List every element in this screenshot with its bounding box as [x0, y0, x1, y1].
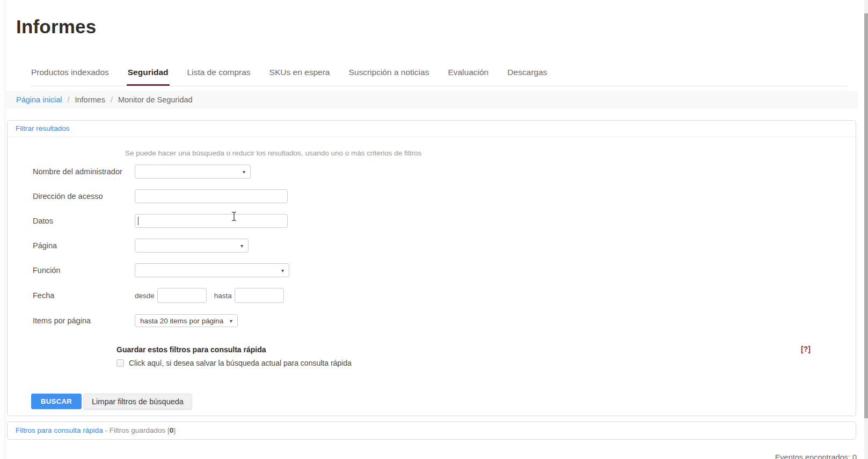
page-title: Informes [16, 16, 858, 38]
items-per-page-select-value: hasta 20 items por página [140, 317, 223, 325]
page-container: Informes Productos indexados Seguridad L… [6, 0, 858, 440]
page-select[interactable]: ▾ [135, 239, 249, 253]
breadcrumb-separator: / [67, 95, 69, 104]
buscar-button[interactable]: BUSCAR [31, 394, 82, 409]
page-label: Página [33, 241, 135, 250]
chevron-down-icon: ▾ [243, 169, 245, 175]
breadcrumb-separator: / [111, 95, 113, 104]
filter-panel-toggle-link[interactable]: Filtrar resultados [16, 124, 70, 132]
access-address-input[interactable] [135, 189, 288, 203]
date-from-input[interactable] [157, 288, 207, 303]
chevron-down-icon: ▾ [230, 318, 232, 324]
items-per-page-label: Items por página [33, 316, 135, 325]
admin-name-label: Nombre del administrador [33, 167, 135, 176]
save-filters-checkbox[interactable] [116, 359, 124, 367]
saved-filters-panel: Filtros para consulta rápida - Filtros g… [7, 421, 856, 440]
scrollbar[interactable] [864, 0, 868, 459]
form-row-admin-name: Nombre del administrador ▾ [33, 165, 856, 179]
tab-descargas[interactable]: Descargas [506, 64, 548, 86]
form-row-date: Fecha desde hasta [33, 288, 856, 303]
filter-buttons-row: BUSCAR Limpar filtros de búsqueda [31, 394, 856, 409]
form-row-data: Datos [33, 214, 856, 228]
breadcrumb-link-home[interactable]: Página inicial [16, 95, 62, 104]
tab-skus-en-espera[interactable]: SKUs en espera [268, 64, 331, 86]
function-label: Función [33, 266, 135, 275]
ibeam-cursor [231, 211, 237, 221]
filter-panel: Filtrar resultados Se puede hacer una bú… [7, 120, 856, 416]
function-select[interactable]: ▾ [135, 263, 289, 277]
save-filters-heading: Guardar estos filtros para consulta rápi… [116, 345, 266, 354]
form-row-items-per-page: Items por página hasta 20 items por pági… [33, 314, 856, 328]
tab-evaluacion[interactable]: Evaluación [447, 64, 490, 86]
admin-name-select[interactable]: ▾ [135, 165, 251, 179]
save-filters-checkbox-label[interactable]: Click aquí, si desea salvar la búsqueda … [129, 359, 352, 367]
form-row-function: Función ▾ [33, 263, 856, 277]
date-to-label: hasta [214, 292, 232, 300]
tab-seguridad[interactable]: Seguridad [127, 64, 170, 86]
events-found-status: Eventos encontrados: 0 [775, 453, 857, 459]
tab-productos-indexados[interactable]: Productos indexados [30, 64, 110, 86]
breadcrumb-item-informes: Informes [75, 95, 105, 104]
save-filters-checkbox-row: Click aquí, si desea salvar la búsqueda … [116, 359, 856, 367]
tab-lista-de-compras[interactable]: Lista de compras [186, 64, 252, 86]
clear-filters-button[interactable]: Limpar filtros de búsqueda [83, 394, 192, 409]
breadcrumb: Página inicial / Informes / Monitor de S… [6, 91, 858, 109]
left-rail [0, 0, 5, 459]
text-caret [138, 217, 138, 225]
filter-panel-body: Se puede hacer una búsqueda o reducir lo… [8, 137, 856, 416]
scrollbar-thumb[interactable] [864, 13, 868, 418]
data-label: Datos [33, 217, 135, 225]
form-row-page: Página ▾ [33, 239, 856, 253]
saved-filters-text: - Filtros guardados [ [105, 426, 170, 434]
access-address-label: Dirección de acesso [33, 192, 135, 201]
saved-filters-text-end: ] [173, 426, 176, 434]
tab-bar: Productos indexados Seguridad Lista de c… [30, 64, 849, 86]
chevron-down-icon: ▾ [281, 268, 284, 273]
tab-suscripcion-a-noticias[interactable]: Suscripción a noticias [347, 64, 430, 86]
chevron-down-icon: ▾ [240, 243, 243, 249]
breadcrumb-item-monitor-seguridad: Monitor de Seguridad [118, 95, 193, 104]
date-from-label: desde [135, 292, 155, 300]
help-badge[interactable]: [?] [801, 345, 811, 353]
saved-filters-link[interactable]: Filtros para consulta rápida [16, 426, 103, 434]
form-row-access-address: Dirección de acesso [33, 189, 856, 203]
filter-form: Nombre del administrador ▾ Dirección de … [8, 165, 856, 328]
date-label: Fecha [33, 291, 135, 300]
data-input[interactable] [135, 214, 288, 228]
filter-hint: Se puede hacer una búsqueda o reducir lo… [125, 149, 856, 157]
items-per-page-select[interactable]: hasta 20 items por página ▾ [135, 314, 238, 327]
date-to-input[interactable] [235, 288, 284, 303]
filter-panel-header: Filtrar resultados [8, 121, 856, 137]
save-filters-section: Guardar estos filtros para consulta rápi… [116, 345, 811, 354]
